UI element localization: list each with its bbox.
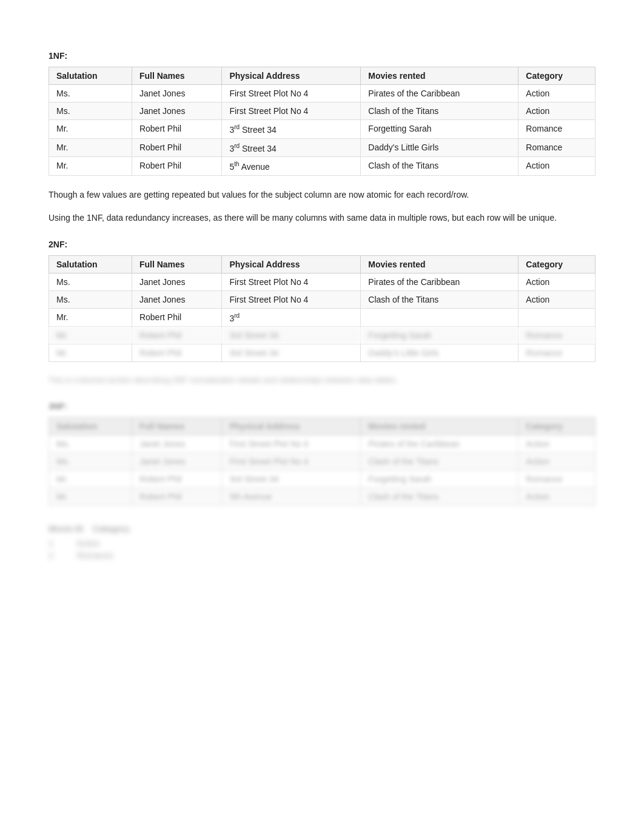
table-row: Mr.Robert Phil3rd Street 34Daddy's Littl…: [49, 344, 595, 362]
table-cell: Action: [518, 290, 595, 308]
table-cell: Mr.: [49, 138, 132, 157]
nf2-header-salutation: Salutation: [49, 255, 132, 273]
table-cell: Forgetting Sarah: [361, 120, 518, 139]
table-cell: 3rd Street 34: [222, 344, 361, 362]
table-row: Mr.Robert Phil3rd Street 34Daddy's Littl…: [49, 138, 595, 157]
table-cell: [361, 308, 518, 327]
table-cell: Ms.: [49, 102, 132, 120]
nf2-header-fullnames: Full Names: [132, 255, 221, 273]
table-cell: 3rd Street 34: [222, 138, 361, 157]
table-cell: Action: [518, 102, 595, 120]
table-cell: Clash of the Titans: [361, 290, 518, 308]
blurred-bottom: Movie ID Category 1 Action 2 Romance: [49, 524, 595, 560]
table-cell: Pirates of the Caribbean: [361, 85, 518, 102]
nf1-header-fullnames: Full Names: [132, 67, 221, 85]
table-cell: Mr.: [49, 344, 132, 362]
table-cell: Clash of the Titans: [361, 157, 518, 176]
table-row: Ms.Janet JonesFirst Street Plot No 4Pira…: [49, 85, 595, 102]
nf2-header-movies: Movies rented: [361, 255, 518, 273]
table-cell: First Street Plot No 4: [222, 273, 361, 290]
table-cell: Janet Jones: [132, 273, 221, 290]
table-row: Mr.Robert Phil3rd Street 34Forgetting Sa…: [49, 120, 595, 139]
table-row: Mr.Robert Phil5th AvenueClash of the Tit…: [49, 157, 595, 176]
nf3-label: 3NF:: [49, 401, 595, 411]
nf1-header-salutation: Salutation: [49, 67, 132, 85]
table-cell: First Street Plot No 4: [222, 85, 361, 102]
table-cell: Forgetting Sarah: [361, 327, 518, 344]
table-cell: Robert Phil: [132, 138, 221, 157]
nf2-section: 2NF: Salutation Full Names Physical Addr…: [49, 240, 595, 363]
table-cell: 3rd: [222, 308, 361, 327]
table-cell: Robert Phil: [132, 157, 221, 176]
table-row: Mr.Robert Phil3rd Street 34Forgetting Sa…: [49, 327, 595, 344]
table-cell: Mr.: [49, 120, 132, 139]
table-cell: Daddy's Little Girls: [361, 138, 518, 157]
nf1-table: Salutation Full Names Physical Address M…: [49, 67, 595, 176]
table-cell: Clash of the Titans: [361, 102, 518, 120]
table-cell: Ms.: [49, 290, 132, 308]
table-cell: Pirates of the Caribbean: [361, 273, 518, 290]
nf2-header-category: Category: [518, 255, 595, 273]
table-row: Ms.Janet JonesFirst Street Plot No 4Clas…: [49, 290, 595, 308]
table-cell: 3rd Street 34: [222, 327, 361, 344]
table-cell: Mr.: [49, 327, 132, 344]
table-row: Ms.Janet JonesFirst Street Plot No 4Pira…: [49, 273, 595, 290]
table-cell: Robert Phil: [132, 120, 221, 139]
table-cell: Romance: [518, 120, 595, 139]
table-cell: Ms.: [49, 273, 132, 290]
nf3-table: Salutation Full Names Physical Address M…: [49, 417, 595, 506]
table-cell: Janet Jones: [132, 290, 221, 308]
blurred-paragraph: This is a blurred section describing 2NF…: [49, 374, 595, 387]
table-cell: 3rd Street 34: [222, 120, 361, 139]
table-cell: Action: [518, 85, 595, 102]
table-cell: 5th Avenue: [222, 157, 361, 176]
nf2-header-address: Physical Address: [222, 255, 361, 273]
table-cell: Action: [518, 273, 595, 290]
table-cell: Mr.: [49, 157, 132, 176]
table-cell: Robert Phil: [132, 344, 221, 362]
table-cell: Romance: [518, 344, 595, 362]
nf1-section: 1NF: Salutation Full Names Physical Addr…: [49, 51, 595, 176]
table-row: Ms.Janet JonesFirst Street Plot No 4Clas…: [49, 102, 595, 120]
table-cell: Romance: [518, 327, 595, 344]
nf2-table: Salutation Full Names Physical Address M…: [49, 255, 595, 363]
paragraph1: Though a few values are getting repeated…: [49, 188, 595, 201]
nf1-header-category: Category: [518, 67, 595, 85]
paragraph2: Using the 1NF, data redundancy increases…: [49, 211, 595, 224]
nf1-label: 1NF:: [49, 51, 595, 61]
table-cell: Ms.: [49, 85, 132, 102]
table-cell: Action: [518, 157, 595, 176]
nf1-header-movies: Movies rented: [361, 67, 518, 85]
nf2-label: 2NF:: [49, 240, 595, 249]
table-cell: Janet Jones: [132, 102, 221, 120]
table-cell: Robert Phil: [132, 308, 221, 327]
nf1-header-address: Physical Address: [222, 67, 361, 85]
table-cell: Robert Phil: [132, 327, 221, 344]
table-cell: Janet Jones: [132, 85, 221, 102]
table-row: Mr.Robert Phil3rd: [49, 308, 595, 327]
table-cell: Daddy's Little Girls: [361, 344, 518, 362]
table-cell: Romance: [518, 138, 595, 157]
table-cell: First Street Plot No 4: [222, 102, 361, 120]
table-cell: First Street Plot No 4: [222, 290, 361, 308]
table-cell: [518, 308, 595, 327]
table-cell: Mr.: [49, 308, 132, 327]
nf3-section: 3NF: Salutation Full Names Physical Addr…: [49, 401, 595, 506]
